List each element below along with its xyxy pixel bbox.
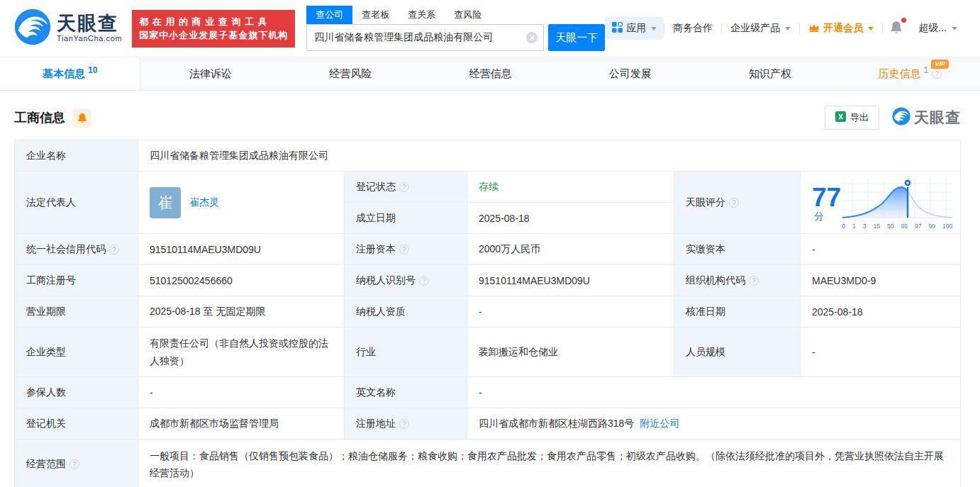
- excel-icon: [835, 111, 846, 124]
- search-tab-company[interactable]: 查公司: [306, 6, 352, 24]
- business-coop-link[interactable]: 商务合作: [664, 22, 721, 35]
- credit-code-value: 91510114MAEU3MD09U: [138, 234, 345, 265]
- tab-basic-info[interactable]: 基本信息10: [0, 57, 140, 90]
- logo-domain: TianYanCha.com: [57, 35, 122, 43]
- tab-intellectual-property[interactable]: 知识产权: [700, 57, 840, 90]
- reg-status-label: 登记状态?: [345, 172, 467, 203]
- top-menu: 应用 商务合作 企业级产品 开通会员 超级...: [605, 17, 966, 40]
- notification-dot: [901, 18, 906, 23]
- taxpayer-quality-label: 纳税人资质: [345, 296, 467, 328]
- brand-slogan: 都 在 用 的 商 业 查 询 工 具 国家中小企业发展子基金旗下机构: [132, 10, 295, 47]
- company-nav-tabs: 基本信息10 法律诉讼 经营风险 经营信息 公司发展 知识产权 VIP 历史信息…: [0, 57, 980, 91]
- taxpayer-id-label: 纳税人识别号?: [345, 265, 467, 296]
- tab-history-info[interactable]: VIP 历史信息1 ?: [840, 57, 980, 90]
- legal-rep-value: 崔 崔杰灵: [138, 172, 345, 234]
- table-row: 统一社会信用代码? 91510114MAEU3MD09U 注册资本? 2000万…: [15, 234, 960, 265]
- org-code-value: MAEU3MD0-9: [801, 265, 960, 296]
- help-icon[interactable]: ?: [109, 245, 119, 254]
- user-account-menu[interactable]: 超级...: [910, 22, 966, 35]
- watermark-logo: 天眼查: [892, 107, 961, 128]
- chevron-down-icon: [952, 27, 957, 30]
- search-tabs: 查公司 查老板 查关系 查风险: [306, 6, 605, 24]
- business-term-label: 营业期限: [15, 296, 138, 328]
- nearby-companies-link[interactable]: 附近公司: [640, 418, 679, 430]
- apps-menu[interactable]: 应用: [605, 17, 664, 40]
- help-icon[interactable]: ?: [399, 245, 409, 254]
- clear-search-icon[interactable]: ✕: [526, 32, 538, 43]
- reg-capital-label: 注册资本?: [345, 234, 467, 265]
- establish-date-label: 成立日期: [345, 203, 467, 234]
- chevron-down-icon: [868, 27, 874, 30]
- help-icon[interactable]: ?: [399, 182, 409, 192]
- staff-size-label: 人员规模: [674, 328, 801, 377]
- search-tab-boss[interactable]: 查老板: [352, 6, 399, 24]
- tab-legal-proceedings[interactable]: 法律诉讼: [140, 57, 280, 90]
- crown-icon: [808, 23, 820, 35]
- vip-badge: VIP: [931, 60, 949, 69]
- establish-date-value: 2025-08-18: [467, 203, 674, 234]
- score-number: 77: [812, 183, 841, 212]
- help-icon[interactable]: ?: [749, 276, 759, 286]
- credit-code-label: 统一社会信用代码?: [15, 234, 138, 265]
- chevron-down-icon: [651, 27, 657, 30]
- section-header: 工商信息 导出: [14, 91, 961, 140]
- english-name-value: -: [467, 377, 960, 408]
- search-button[interactable]: 天眼一下: [548, 24, 605, 51]
- legal-rep-link[interactable]: 崔杰灵: [189, 196, 219, 209]
- chevron-down-icon: [785, 27, 791, 30]
- table-row: 企业类型 有限责任公司（非自然人投资或控股的法人独资） 行业 装卸搬运和仓储业 …: [15, 328, 960, 377]
- search-input[interactable]: [314, 32, 526, 43]
- company-name-value: 四川省储备粮管理集团成品粮油有限公司: [138, 140, 960, 172]
- company-name-label: 企业名称: [15, 140, 138, 172]
- english-name-label: 英文名称: [345, 377, 467, 408]
- taxpayer-id-value: 91510114MAEU3MD09U: [467, 265, 674, 296]
- export-button[interactable]: 导出: [825, 106, 879, 130]
- subscribe-bell-icon[interactable]: [72, 108, 91, 128]
- taxpayer-quality-value: -: [467, 296, 674, 328]
- tianyancha-logo[interactable]: 天眼查 TianYanCha.com: [14, 9, 122, 48]
- logo-name: 天眼查: [57, 13, 122, 33]
- table-row: 法定代表人 崔 崔杰灵 登记状态? 存续 成立日期 2025-08-18 天眼评…: [15, 172, 960, 234]
- tab-company-development[interactable]: 公司发展: [560, 57, 700, 90]
- tab-operation-info[interactable]: 经营信息: [421, 57, 560, 90]
- tab-operation-risk[interactable]: 经营风险: [281, 57, 421, 90]
- search-area: 查公司 查老板 查关系 查风险 ✕ 天眼一下: [306, 6, 605, 51]
- table-row: 经营范围? 一般项目：食品销售（仅销售预包装食品）；粮油仓储服务；粮食收购；食用…: [15, 440, 960, 487]
- tianyancha-swirl-icon: [14, 9, 51, 48]
- paid-capital-value: -: [801, 234, 960, 265]
- table-row: 工商注册号 510125002456660 纳税人识别号? 91510114MA…: [15, 265, 960, 296]
- insured-label: 参保人数: [15, 377, 138, 408]
- search-tab-relation[interactable]: 查关系: [399, 6, 445, 24]
- table-row: 企业名称 四川省储备粮管理集团成品粮油有限公司: [15, 140, 960, 172]
- help-icon[interactable]: ?: [729, 198, 739, 208]
- score-value: 77分: [801, 172, 960, 234]
- help-icon[interactable]: ?: [932, 69, 942, 79]
- business-info-table: 企业名称 四川省储备粮管理集团成品粮油有限公司 法定代表人 崔 崔杰灵 登记状态…: [14, 140, 961, 487]
- company-type-value: 有限责任公司（非自然人投资或控股的法人独资）: [138, 328, 345, 377]
- score-distribution-chart: 01 315 5085 9799 100: [841, 178, 953, 230]
- table-row: 营业期限 2025-08-18 至 无固定期限 纳税人资质 - 核准日期 202…: [15, 296, 960, 328]
- search-tab-risk[interactable]: 查风险: [445, 6, 491, 24]
- company-type-label: 企业类型: [15, 328, 138, 377]
- notification-bell-icon[interactable]: [883, 21, 910, 37]
- help-icon[interactable]: ?: [69, 459, 79, 469]
- avatar[interactable]: 崔: [150, 187, 181, 218]
- help-icon[interactable]: ?: [419, 276, 429, 286]
- reg-address-value: 四川省成都市新都区桂湖西路318号 附近公司: [467, 408, 960, 440]
- score-axis: 01 315 5085 9799 100: [841, 223, 953, 230]
- score-label: 天眼评分?: [674, 172, 801, 234]
- business-scope-label: 经营范围?: [15, 440, 138, 487]
- apps-grid-icon: [612, 22, 623, 35]
- enterprise-product-menu[interactable]: 企业级产品: [722, 22, 799, 35]
- insured-value: -: [138, 377, 345, 408]
- business-term-value: 2025-08-18 至 无固定期限: [138, 296, 345, 328]
- org-code-label: 组织机构代码?: [674, 265, 801, 296]
- paid-capital-label: 实缴资本: [674, 234, 801, 265]
- staff-size-value: -: [801, 328, 960, 377]
- reg-authority-label: 登记机关: [15, 408, 138, 440]
- legal-rep-label: 法定代表人: [15, 172, 138, 234]
- help-icon[interactable]: ?: [399, 419, 409, 429]
- industry-label: 行业: [345, 328, 467, 377]
- open-vip-menu[interactable]: 开通会员: [800, 22, 882, 35]
- table-row: 参保人数 - 英文名称 -: [15, 377, 960, 408]
